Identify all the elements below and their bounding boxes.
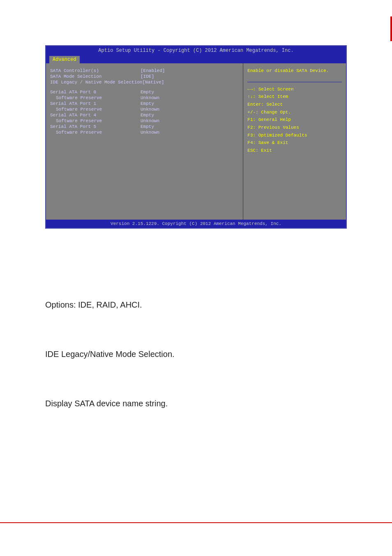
setting-label-sata-mode: SATA Mode Selection (50, 74, 141, 79)
bios-footer: Version 2.15.1229. Copyright (C) 2012 Am… (46, 220, 346, 228)
top-red-bar (390, 16, 392, 41)
setting-label-port0-sw: Software Preserve (50, 95, 141, 100)
bios-title: Aptio Setup Utility - Copyright (C) 2012… (98, 48, 293, 53)
bios-window: Aptio Setup Utility - Copyright (C) 2012… (45, 45, 347, 229)
key-f2: F2: Previous Values (247, 124, 342, 132)
bios-divider (247, 82, 342, 82)
setting-label-port5: Serial ATA Port 5 (50, 124, 141, 129)
caption-3: Display SATA device name string. (45, 399, 347, 408)
bios-help-text: Enable or disable SATA Device. (247, 67, 342, 74)
setting-port5-sw: Software Preserve Unknown (50, 130, 239, 135)
setting-value-port5: Empty (141, 124, 154, 129)
setting-port5: Serial ATA Port 5 Empty (50, 124, 239, 129)
bios-content: SATA Controller(s) [Enabled] SATA Mode S… (46, 63, 346, 220)
bios-keys: ←→: Select Screen ↑↓: Select Item Enter:… (247, 86, 342, 155)
bios-settings-panel: SATA Controller(s) [Enabled] SATA Mode S… (46, 63, 243, 220)
setting-label-port0: Serial ATA Port 0 (50, 90, 141, 95)
setting-value-ide-legacy: [Native] (142, 80, 164, 85)
setting-label-sata-controllers: SATA Controller(s) (50, 68, 141, 73)
setting-sata-controllers[interactable]: SATA Controller(s) [Enabled] (50, 68, 239, 73)
bios-tabs: Advanced (46, 55, 346, 63)
bios-title-bar: Aptio Setup Utility - Copyright (C) 2012… (46, 46, 346, 55)
setting-label-port4: Serial ATA Port 4 (50, 113, 141, 118)
setting-label-ide-legacy: IDE Legacy / Native Mode Selection (50, 80, 142, 85)
setting-sata-mode[interactable]: SATA Mode Selection [IDE] (50, 74, 239, 79)
setting-value-port4-sw: Unknown (141, 118, 159, 123)
setting-value-sata-controllers: [Enabled] (141, 68, 165, 73)
bios-help-panel: Enable or disable SATA Device. ←→: Selec… (243, 63, 346, 220)
key-select-item: ↑↓: Select Item (247, 93, 342, 101)
setting-value-sata-mode: [IDE] (141, 74, 154, 79)
setting-value-port1-sw: Unknown (141, 107, 159, 112)
setting-port1: Serial ATA Port 1 Empty (50, 101, 239, 106)
setting-value-port4: Empty (141, 113, 154, 118)
key-select-screen: ←→: Select Screen (247, 86, 342, 93)
setting-port4-sw: Software Preserve Unknown (50, 118, 239, 123)
tab-advanced[interactable]: Advanced (49, 56, 80, 63)
setting-label-port1-sw: Software Preserve (50, 107, 141, 112)
setting-port1-sw: Software Preserve Unknown (50, 107, 239, 112)
setting-value-port0: Empty (141, 90, 154, 95)
key-enter: Enter: Select (247, 101, 342, 109)
setting-label-port1: Serial ATA Port 1 (50, 101, 141, 106)
setting-port0-sw: Software Preserve Unknown (50, 95, 239, 100)
setting-ide-legacy[interactable]: IDE Legacy / Native Mode Selection [Nati… (50, 80, 239, 85)
setting-port4: Serial ATA Port 4 Empty (50, 113, 239, 118)
setting-label-port5-sw: Software Preserve (50, 130, 141, 135)
key-f4: F4: Save & Exit (247, 139, 342, 147)
setting-value-port1: Empty (141, 101, 154, 106)
setting-value-port5-sw: Unknown (141, 130, 159, 135)
key-change-opt: +/-: Change Opt. (247, 109, 342, 116)
bottom-red-line (0, 522, 392, 523)
setting-value-port0-sw: Unknown (141, 95, 159, 100)
caption-1: Options: IDE, RAID, AHCI. (45, 300, 347, 310)
key-esc: ESC: Exit (247, 147, 342, 155)
setting-port0: Serial ATA Port 0 Empty (50, 90, 239, 95)
caption-2: IDE Legacy/Native Mode Selection. (45, 350, 347, 359)
key-f1: F1: General Help (247, 116, 342, 124)
key-f3: F3: Optimized Defaults (247, 132, 342, 139)
setting-label-port4-sw: Software Preserve (50, 118, 141, 123)
